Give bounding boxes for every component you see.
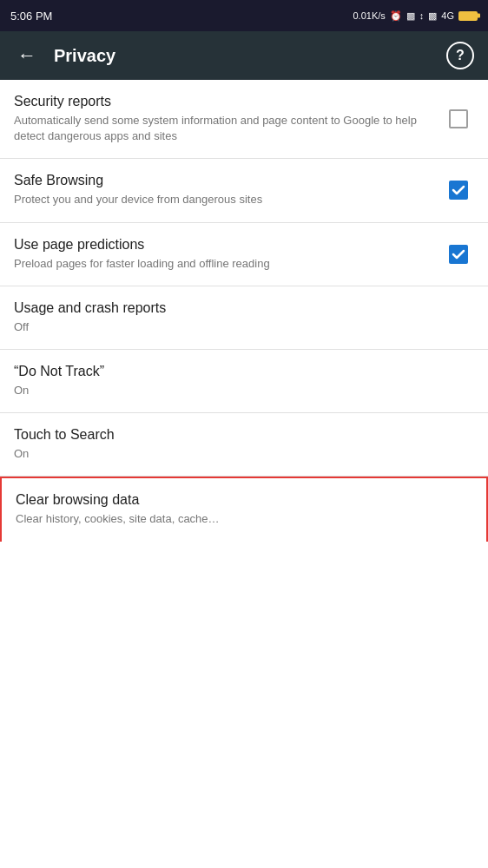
settings-item-use-page-predictions[interactable]: Use page predictionsPreload pages for fa… [0,223,488,286]
help-icon: ? [456,48,465,63]
battery-icon [458,11,478,21]
settings-item-security-reports[interactable]: Security reportsAutomatically send some … [0,80,488,159]
settings-item-title-use-page-predictions: Use page predictions [14,237,432,253]
signal-icon: ▩ [406,10,415,22]
settings-item-subtitle-usage-and-crash-reports: Off [14,319,464,335]
settings-item-text-security-reports: Security reportsAutomatically send some … [14,94,443,144]
settings-item-clear-browsing-data[interactable]: Clear browsing dataClear history, cookie… [0,477,488,541]
settings-item-text-touch-to-search: Touch to SearchOn [14,427,474,462]
settings-list: Security reportsAutomatically send some … [0,80,488,542]
toolbar: ← Privacy ? [0,31,488,80]
time-label: 5:06 PM [10,10,52,23]
settings-item-safe-browsing[interactable]: Safe BrowsingProtect you and your device… [0,159,488,222]
settings-item-touch-to-search[interactable]: Touch to SearchOn [0,413,488,477]
settings-item-text-use-page-predictions: Use page predictionsPreload pages for fa… [14,237,443,272]
settings-item-control-safe-browsing[interactable] [443,181,474,200]
signal2-icon: ▩ [428,10,437,22]
alarm-icon: ⏰ [390,10,402,22]
settings-item-control-use-page-predictions[interactable] [443,245,474,264]
settings-item-title-do-not-track: “Do Not Track” [14,364,464,379]
help-button[interactable]: ? [446,42,474,69]
network-type-label: 4G [441,10,454,21]
page-title: Privacy [54,46,446,66]
settings-item-text-usage-and-crash-reports: Usage and crash reportsOff [14,300,474,335]
settings-item-do-not-track[interactable]: “Do Not Track”On [0,350,488,413]
settings-item-title-clear-browsing-data: Clear browsing data [16,492,462,508]
settings-item-text-do-not-track: “Do Not Track”On [14,364,474,398]
transfer-icon: ↕ [419,10,425,21]
settings-item-text-clear-browsing-data: Clear browsing dataClear history, cookie… [16,492,472,527]
settings-item-title-safe-browsing: Safe Browsing [14,173,432,188]
settings-item-title-touch-to-search: Touch to Search [14,427,464,443]
settings-item-control-security-reports[interactable] [443,109,474,128]
back-arrow-icon: ← [17,44,36,67]
checkbox-checked-icon[interactable] [449,245,468,264]
settings-item-title-usage-and-crash-reports: Usage and crash reports [14,300,464,316]
status-bar: 5:06 PM 0.01K/s ⏰ ▩ ↕ ▩ 4G [0,0,488,31]
settings-item-text-safe-browsing: Safe BrowsingProtect you and your device… [14,173,443,207]
settings-item-subtitle-security-reports: Automatically send some system informati… [14,113,432,144]
settings-item-usage-and-crash-reports[interactable]: Usage and crash reportsOff [0,286,488,350]
back-button[interactable]: ← [14,41,40,70]
settings-item-subtitle-touch-to-search: On [14,446,464,462]
settings-item-subtitle-use-page-predictions: Preload pages for faster loading and off… [14,256,432,272]
settings-item-subtitle-safe-browsing: Protect you and your device from dangero… [14,192,432,207]
status-time: 5:06 PM [10,10,52,23]
settings-item-subtitle-do-not-track: On [14,383,464,398]
checkbox-unchecked-icon[interactable] [449,109,468,128]
settings-item-title-security-reports: Security reports [14,94,432,109]
settings-item-subtitle-clear-browsing-data: Clear history, cookies, site data, cache… [16,511,462,527]
status-icons: 0.01K/s ⏰ ▩ ↕ ▩ 4G [353,10,478,22]
network-speed-label: 0.01K/s [353,10,386,21]
checkbox-checked-icon[interactable] [449,181,468,200]
